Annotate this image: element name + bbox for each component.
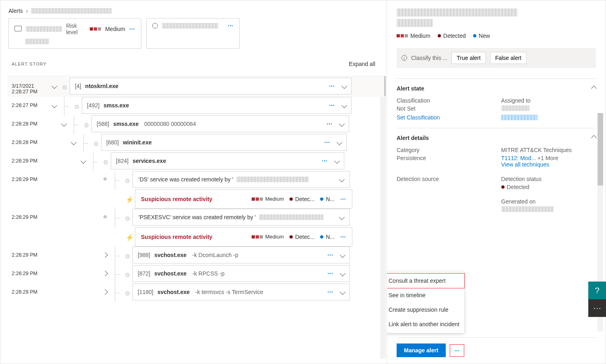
gear-icon[interactable]: ⚙	[93, 140, 99, 148]
process-node[interactable]: [492] smss.exe ⋯	[82, 97, 352, 114]
alert-node[interactable]: Suspicious remote activity Medium Detec.…	[135, 189, 352, 209]
event-actor	[259, 214, 323, 220]
manage-alert-more-button[interactable]: ⋯	[450, 344, 464, 357]
chevron-down-icon[interactable]	[339, 214, 345, 220]
expand-toggle[interactable]	[102, 271, 108, 276]
gear-icon[interactable]: ⚙	[74, 103, 79, 111]
process-tree: 3/17/20212:26:27 PM ⚙ [4] ntoskrnl.exe ⋯…	[0, 71, 387, 364]
node-more-button[interactable]: ⋯	[327, 252, 333, 258]
menu-create-suppression[interactable]: Create suppression rule	[387, 302, 464, 317]
process-node[interactable]: [872] svchost.exe -k RPCSS -p ⋯	[132, 265, 350, 282]
alert-story-title: ALERT STORY	[12, 62, 47, 66]
category-label: Category	[397, 147, 492, 153]
node-more-button[interactable]: ⋯	[329, 83, 335, 89]
gear-icon[interactable]: ⚙	[125, 290, 130, 297]
alert-more-button[interactable]: ⋯	[340, 234, 346, 240]
expand-toggle[interactable]	[102, 252, 108, 258]
process-node[interactable]: [588] smss.exe 00000080 00000084 ⋯	[91, 115, 349, 132]
mitre-view-all-link[interactable]: View all techniques	[501, 161, 550, 168]
bullet-icon	[103, 215, 107, 218]
assigned-link[interactable]	[501, 115, 538, 120]
device-more-button[interactable]: ⋯	[129, 26, 135, 32]
gear-icon[interactable]: ⚙	[84, 122, 89, 129]
chevron-down-icon[interactable]	[334, 158, 340, 164]
mitre-more: +1 More	[538, 155, 558, 161]
gear-icon[interactable]: ⚙	[125, 177, 130, 185]
device-card[interactable]: Risk level Medium ⋯	[8, 18, 141, 49]
expand-toggle[interactable]	[52, 103, 57, 108]
mitre-technique-link[interactable]: T1112: Mod...	[501, 155, 536, 161]
gear-icon[interactable]: ⚙	[103, 159, 108, 166]
manage-alert-button[interactable]: Manage alert	[397, 343, 446, 357]
process-node[interactable]: [680] wininit.exe ⋯	[101, 134, 347, 151]
timestamp: 2:26:29 PM	[8, 247, 50, 258]
chevron-up-icon[interactable]	[591, 86, 597, 91]
mitre-label: MITRE ATT&CK Techniques	[501, 147, 596, 153]
gear-icon[interactable]: ⚙	[62, 84, 67, 91]
node-more-button[interactable]: ⋯	[324, 139, 330, 146]
chevron-down-icon[interactable]	[339, 177, 345, 182]
new-dot-icon	[320, 197, 323, 201]
expand-toggle[interactable]	[71, 140, 77, 145]
gear-icon[interactable]: ⚙	[125, 215, 130, 222]
event-node[interactable]: 'DS' service was created remotely by '	[132, 171, 350, 188]
node-more-button[interactable]: ⋯	[322, 158, 328, 164]
device-name	[26, 26, 62, 32]
classify-bar: i Classify this ... True alert False ale…	[397, 48, 596, 68]
chevron-down-icon[interactable]	[341, 83, 347, 89]
node-more-button[interactable]: ⋯	[327, 270, 333, 277]
classification-label: Classification	[397, 97, 492, 104]
process-node[interactable]: [1180] svchost.exe -k termsvcs -s TermSe…	[132, 284, 350, 300]
timestamp: 2:26:29 PM	[8, 152, 50, 164]
user-card[interactable]: ⋯	[146, 18, 240, 49]
chevron-down-icon[interactable]	[337, 140, 342, 145]
detection-status-value: Detected	[501, 184, 596, 190]
menu-consult-expert[interactable]: Consult a threat expert	[387, 273, 465, 288]
chevron-down-icon[interactable]	[340, 271, 345, 276]
timestamp: 2:26:29 PM	[8, 265, 50, 276]
user-more-button[interactable]: ⋯	[228, 23, 234, 29]
bullet-icon	[103, 177, 107, 181]
chevron-down-icon[interactable]	[341, 103, 347, 108]
alert-node[interactable]: Suspicious remote activity Medium Detec.…	[135, 227, 352, 247]
false-alert-button[interactable]: False alert	[490, 52, 527, 64]
expand-toggle[interactable]	[52, 83, 57, 89]
help-button[interactable]: ?	[588, 282, 606, 299]
chevron-right-icon: ›	[26, 8, 28, 14]
timestamp: 2:26:29 PM	[8, 284, 50, 295]
timestamp: 2:26:29 PM	[8, 209, 50, 220]
generated-value	[501, 206, 554, 212]
detected-dot-icon	[290, 235, 293, 239]
chevron-down-icon[interactable]	[340, 289, 345, 295]
assigned-label: Assigned to	[501, 97, 596, 104]
bolt-icon: ⚡	[126, 234, 134, 241]
menu-link-incident[interactable]: Link alert to another incident	[387, 317, 464, 331]
timestamp: 2:26:27 PM	[8, 97, 50, 108]
process-node[interactable]: [988] svchost.exe -k DcomLaunch -p ⋯	[132, 247, 350, 263]
menu-see-timeline[interactable]: See in timeline	[387, 288, 464, 302]
user-icon	[152, 23, 158, 29]
chevron-up-icon[interactable]	[591, 135, 597, 141]
risk-value: Medium	[105, 26, 125, 32]
gear-icon[interactable]: ⚙	[125, 271, 130, 279]
expand-toggle[interactable]	[81, 158, 86, 164]
node-more-button[interactable]: ⋯	[327, 289, 333, 295]
expand-toggle[interactable]	[102, 289, 108, 295]
expand-all-button[interactable]: Expand all	[349, 61, 375, 67]
true-alert-button[interactable]: True alert	[451, 52, 486, 64]
breadcrumb-root[interactable]: Alerts	[8, 8, 23, 14]
process-node[interactable]: [824] services.exe ⋯	[111, 152, 344, 169]
set-classification-link[interactable]: Set Classification	[397, 114, 492, 121]
gear-icon[interactable]: ⚙	[125, 253, 130, 260]
node-more-button[interactable]: ⋯	[327, 121, 333, 127]
severity-icon	[252, 235, 263, 239]
timestamp: 2:26:28 PM	[8, 115, 50, 127]
process-node[interactable]: [4] ntoskrnl.exe ⋯	[70, 78, 352, 95]
feedback-button[interactable]: ⋯	[588, 299, 606, 317]
chevron-down-icon[interactable]	[339, 121, 345, 127]
node-more-button[interactable]: ⋯	[329, 102, 335, 109]
expand-toggle[interactable]	[61, 121, 67, 127]
event-node[interactable]: 'PSEXESVC' service was created remotely …	[132, 209, 350, 226]
chevron-down-icon[interactable]	[340, 252, 345, 258]
alert-more-button[interactable]: ⋯	[340, 196, 346, 202]
